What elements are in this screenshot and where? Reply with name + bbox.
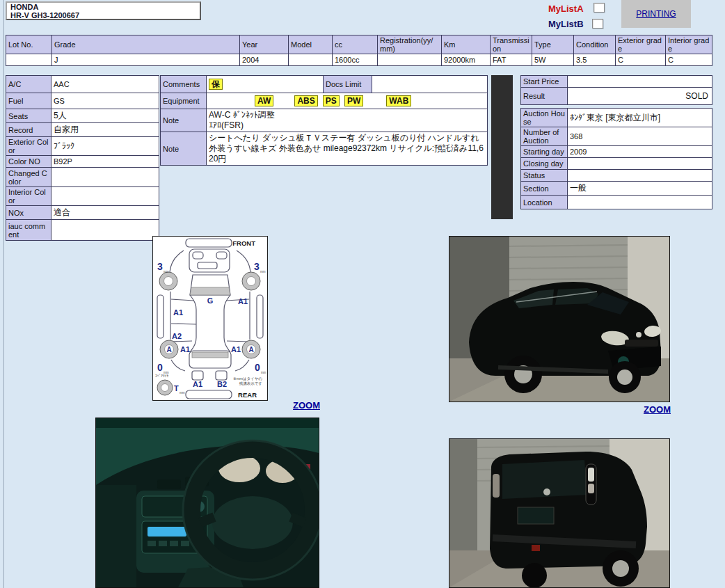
summary-header: Registration(yy/mm) [378, 35, 442, 54]
mylist-b-checkbox[interactable] [592, 19, 603, 29]
equipment-badge-ps: PS [323, 95, 340, 106]
spare-tire-label: ｽﾍﾟｱﾀｲﾔ [155, 374, 169, 378]
field-label: Interior Color [6, 187, 51, 206]
field-value [51, 187, 159, 206]
field-value: AAC [51, 76, 159, 93]
equipment-cell: AW ABS PS PW WAB [207, 93, 488, 109]
mylist-a-checkbox[interactable] [593, 3, 605, 13]
diagram-front-label: FRONT [232, 239, 255, 247]
summary-header: Year [240, 35, 289, 54]
tire-grade-rear-right: 0 [255, 362, 260, 373]
field-label: Color NO [6, 156, 51, 168]
equipment-badge-pw: PW [344, 95, 363, 106]
middle-detail-table: Comments 保 Docs Limit Equipment AW ABS P… [160, 75, 488, 166]
summary-cell-condition: 3.5 [574, 54, 616, 66]
price-result-table: Start Price ResultSOLD [520, 75, 712, 105]
section-value: 一般 [568, 182, 712, 196]
panel-grade-left-rear: A1 [180, 345, 190, 353]
note-1-line-1: AW-C ﾎﾞﾝﾈｯﾄ調整 [209, 110, 485, 120]
summary-header: Type [532, 35, 574, 54]
closing-day-value [568, 158, 712, 170]
summary-cell-registration [378, 54, 442, 66]
field-value: 自家用 [51, 123, 159, 137]
field-value: 適合 [51, 206, 159, 220]
summary-cell-km: 92000km [442, 54, 491, 66]
printing-link[interactable]: PRINTING [636, 9, 676, 19]
field-label: Status [521, 170, 568, 182]
summary-cell-model [289, 54, 333, 66]
tire-unit: mm [164, 270, 169, 273]
panel-grade-right-front: A1 [238, 297, 248, 305]
summary-cell-interior-grade: C [666, 54, 712, 66]
interior-image [96, 418, 319, 587]
field-value [372, 76, 488, 93]
maker-name: HONDA [10, 3, 196, 11]
page-left-border [3, 0, 4, 588]
equipment-badge-aw: AW [255, 95, 273, 106]
field-label: Note [161, 109, 207, 132]
panel-grade-rear-left: A1 [193, 380, 202, 388]
field-label: Seats [6, 109, 51, 123]
summary-header: Model [289, 35, 333, 54]
rear-exterior-image [449, 439, 669, 587]
location-value [568, 196, 712, 209]
tire-grade-rear-left: 0 [157, 362, 163, 373]
field-value: GS [51, 93, 159, 109]
note-2-cell: シートへたり ダッシュ板ＴＶステー有 ダッシュ板のり付 ハンドルすれ 外装うすい… [207, 132, 488, 166]
tire-unit: mm [260, 270, 266, 273]
status-value [568, 170, 712, 182]
field-label: Docs Limit [324, 76, 372, 93]
summary-cell-cc: 1600cc [333, 54, 378, 66]
zoom-photo-link[interactable]: ZOOM [644, 404, 671, 415]
spare-tire-mark: T [174, 384, 179, 392]
field-value: B92P [51, 156, 159, 168]
field-label: Location [521, 196, 568, 209]
summary-header: Lot No. [6, 35, 52, 54]
field-label: Equipment [161, 93, 207, 109]
divider-strip [491, 75, 513, 219]
tire-grade-front-right: 3 [254, 261, 260, 272]
summary-header: Transmission [491, 35, 532, 54]
field-label: Start Price [521, 76, 568, 88]
field-label: Starting day [521, 146, 568, 158]
tire-grade-front-left: 3 [157, 261, 163, 272]
field-label: Number of Auction [521, 127, 568, 146]
field-label: Record [6, 123, 51, 137]
wheel-mark-right: A [248, 346, 253, 353]
mylist-a-label: MyListA [548, 3, 584, 14]
printing-box: PRINTING [621, 0, 691, 28]
summary-cell-transmission: FAT [491, 54, 532, 66]
note-1-line-2: ｴｱﾛ(FSR) [209, 120, 485, 131]
summary-header: Condition [574, 35, 616, 54]
diagram-note-line-2: 残溝表示です [239, 381, 263, 386]
field-label: A/C [6, 76, 51, 93]
summary-header: Interior grade [666, 35, 712, 54]
photo-interior[interactable] [95, 418, 319, 588]
field-value: 5人 [51, 109, 159, 123]
photo-front-exterior[interactable] [449, 236, 670, 402]
summary-cell-type: 5W [532, 54, 574, 66]
tire-unit: mm [180, 391, 185, 395]
wheel-mark-left: A [166, 346, 171, 353]
equipment-badge-abs: ABS [294, 95, 317, 106]
summary-header: Km [442, 35, 491, 54]
damage-diagram[interactable]: FRONT REAR 3 mm 3 mm 0 mm 0 mm A A G A1 … [152, 236, 268, 401]
field-label: Exterior Color [6, 137, 51, 156]
panel-grade-left-quarter: A2 [172, 332, 182, 340]
field-label: Result [521, 88, 568, 105]
diagram-rear-label: REAR [238, 391, 257, 399]
field-label: Section [521, 182, 568, 196]
result-value: SOLD [568, 88, 712, 105]
starting-day-value: 2009 [568, 146, 712, 158]
summary-cell-grade: J [52, 54, 240, 66]
field-label: iauc comment [6, 220, 51, 241]
summary-header: Exterior grade [616, 35, 666, 54]
vehicle-title-box: HONDA HR-V GH3-1200667 [6, 1, 201, 20]
note-1-cell: AW-C ﾎﾞﾝﾈｯﾄ調整 ｴｱﾛ(FSR) [207, 109, 488, 132]
zoom-diagram-link[interactable]: ZOOM [293, 400, 320, 411]
photo-rear-exterior[interactable] [449, 438, 670, 588]
tire-unit: mm [261, 371, 266, 374]
field-label: NOx [6, 206, 51, 220]
summary-cell-year: 2004 [240, 54, 289, 66]
warranty-badge: 保 [209, 79, 223, 90]
